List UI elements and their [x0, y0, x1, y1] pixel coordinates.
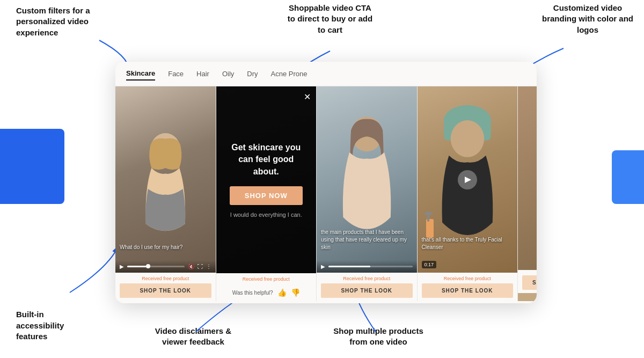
annotation-bottom-right: Shop multiple products from one video	[327, 326, 429, 348]
video-col-3: the main products that I have been using…	[317, 86, 418, 301]
helpful-row: Was this helpful? 👍 👎	[221, 284, 312, 301]
tab-acne-prone[interactable]: Acne Prone	[271, 70, 308, 80]
fullscreen-btn-1[interactable]: ⛶	[197, 264, 203, 269]
annotation-top-right: Customized video branding with color and…	[542, 3, 633, 35]
video-caption-1: What do I use for my hair?	[120, 244, 211, 251]
play-btn-1[interactable]: ▶	[120, 264, 124, 269]
shop-btn-4[interactable]: SHOP THE LOOK	[422, 283, 514, 298]
annotation-bottom-left: Built-in accessibility features	[16, 309, 91, 342]
disclaimer-3: Received free product	[321, 276, 413, 281]
video-grid: What do I use for my hair? ▶ 🔇 ⛶ ⋮ Recei…	[115, 86, 537, 301]
video-col-5: SH	[518, 86, 537, 301]
disclaimer-1: Received free product	[120, 276, 211, 281]
play-btn-3[interactable]: ▶	[321, 264, 325, 269]
video-bottom-4: Received free product SHOP THE LOOK	[418, 273, 518, 301]
bg-accent-left	[0, 129, 64, 204]
mute-btn-1[interactable]: 🔇	[188, 264, 194, 269]
video-controls-3: ▶	[317, 260, 417, 273]
disclaimer-2: Received free product	[221, 276, 312, 282]
video-thumb-1[interactable]: What do I use for my hair? ▶ 🔇 ⛶ ⋮	[115, 86, 216, 273]
shop-btn-1[interactable]: SHOP THE LOOK	[120, 283, 211, 298]
video-bottom-3: Received free product SHOP THE LOOK	[317, 273, 417, 301]
video-thumb-4[interactable]: that's all thanks to the Truly Facial Cl…	[418, 86, 518, 273]
thumbs-down-btn[interactable]: 👎	[291, 288, 300, 297]
modal-close-btn[interactable]: ✕	[304, 92, 311, 102]
svg-rect-6	[426, 219, 434, 238]
annotation-top-center: Shoppable video CTA to direct to buy or …	[284, 3, 376, 35]
video-bottom-1: Received free product SHOP THE LOOK	[115, 273, 216, 301]
video-col-2: ✕ Get skincare you can feel good about. …	[216, 86, 317, 301]
ui-card: Skincare Face Hair Oily Dry Acne Prone W	[115, 62, 537, 303]
progress-fill-1	[127, 266, 147, 267]
shop-btn-5[interactable]: SH	[522, 275, 537, 290]
shop-btn-3[interactable]: SHOP THE LOOK	[321, 283, 413, 298]
svg-point-5	[451, 120, 484, 157]
tab-hair[interactable]: Hair	[196, 70, 209, 80]
video-bottom-5: SH	[518, 270, 537, 293]
tab-face[interactable]: Face	[168, 70, 184, 80]
modal-text: Get skincare you can feel good about.	[227, 142, 306, 178]
progress-bar-1[interactable]	[127, 266, 185, 267]
svg-rect-8	[425, 213, 433, 215]
video-caption-3: the main products that I have been using…	[321, 229, 413, 251]
play-icon-4	[465, 177, 471, 183]
more-btn-1[interactable]: ⋮	[206, 264, 211, 269]
annotation-bottom-center: Video disclaimers & viewer feedback	[145, 326, 241, 348]
video-thumb-5[interactable]	[518, 86, 537, 270]
annotation-top-left: Custom filters for a personalized video …	[16, 5, 107, 38]
helpful-label: Was this helpful?	[232, 290, 273, 296]
shop-now-btn[interactable]: SHOP NOW	[230, 186, 303, 205]
tab-dry[interactable]: Dry	[247, 70, 258, 80]
disclaimer-4: Received free product	[422, 276, 514, 281]
progress-fill-3	[328, 266, 370, 267]
modal-subtext: I would do everything I can.	[230, 211, 302, 218]
video-thumb-3[interactable]: the main products that I have been using…	[317, 86, 417, 273]
progress-bar-3[interactable]	[328, 266, 413, 267]
video-caption-4: that's all thanks to the Truly Facial Cl…	[422, 236, 514, 251]
thumbs-up-btn[interactable]: 👍	[277, 288, 287, 297]
video-timer-4: 0:17	[422, 261, 437, 268]
video-col-4: that's all thanks to the Truly Facial Cl…	[418, 86, 518, 301]
bg-accent-right	[612, 150, 644, 204]
filter-tabs: Skincare Face Hair Oily Dry Acne Prone	[115, 62, 537, 86]
video-modal: ✕ Get skincare you can feel good about. …	[216, 86, 317, 273]
video-col-1: What do I use for my hair? ▶ 🔇 ⛶ ⋮ Recei…	[115, 86, 216, 301]
play-overlay-4[interactable]	[458, 170, 477, 189]
progress-dot-1	[146, 264, 150, 268]
video-thumb-2[interactable]: ✕ Get skincare you can feel good about. …	[216, 86, 317, 273]
tab-skincare[interactable]: Skincare	[126, 69, 155, 81]
video-bottom-2: Received free product Was this helpful? …	[216, 273, 317, 301]
video-controls-1: ▶ 🔇 ⛶ ⋮	[115, 260, 216, 273]
tab-oily[interactable]: Oily	[222, 70, 234, 80]
